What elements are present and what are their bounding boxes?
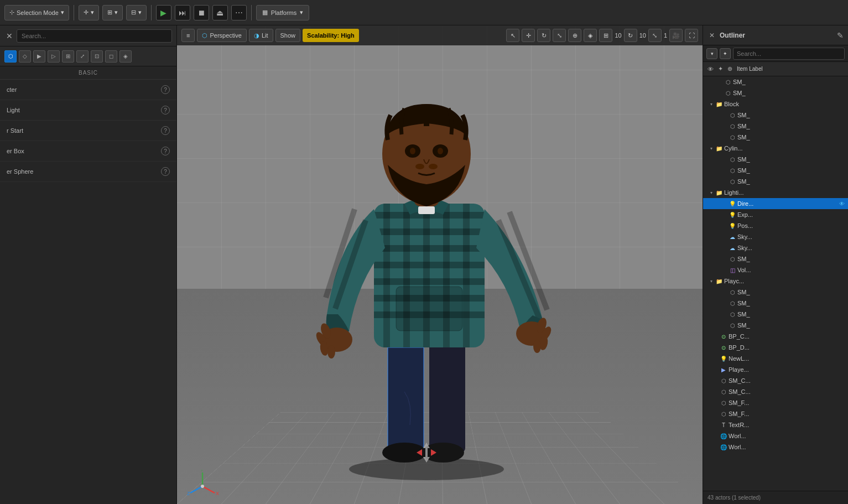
outliner-item-11[interactable]: 💡Dire...👁: [703, 198, 848, 209]
icon-btn-3[interactable]: ▶: [33, 50, 45, 63]
icon-btn-8[interactable]: ◻: [105, 50, 117, 63]
outliner-item-12[interactable]: 💡Exp...: [703, 209, 848, 220]
rotation-icon-btn[interactable]: ↻: [624, 29, 637, 42]
viewport[interactable]: ≡ ⬡ Perspective ◑ Lit Show Scalability: …: [177, 25, 703, 504]
panel-item-6[interactable]: er Sphere ?: [0, 162, 176, 182]
outliner-item-29[interactable]: ⬡SM_F...: [703, 397, 848, 408]
outliner-item-8[interactable]: ⬡SM_: [703, 165, 848, 176]
panel-item-info-icon-4[interactable]: ?: [161, 126, 170, 135]
outliner-item-27[interactable]: ⬡SM_C...: [703, 375, 848, 386]
outliner-edit-button[interactable]: ✎: [837, 31, 844, 40]
eject-button[interactable]: ⏏: [212, 5, 228, 20]
svg-text:Y: Y: [200, 470, 204, 472]
move-tool-button[interactable]: ✛ ▾: [79, 5, 99, 20]
panel-item-1[interactable]: cter ?: [0, 80, 176, 100]
platforms-button[interactable]: ▦ Platforms ▾: [256, 5, 309, 20]
outliner-item-20[interactable]: ⬡SM_: [703, 298, 848, 309]
item-icon-5: ⬡: [729, 133, 736, 141]
icon-btn-1[interactable]: ⬡: [4, 50, 17, 63]
item-icon-31: T: [720, 421, 727, 429]
globe-icon-btn[interactable]: ⊕: [568, 29, 581, 42]
maximize-btn[interactable]: ⛶: [685, 29, 698, 42]
outliner-close-button[interactable]: ✕: [707, 31, 716, 40]
item-label-text-4: SM_: [737, 123, 846, 129]
panel-item-3[interactable]: Light ?: [0, 100, 176, 121]
panel-item-5[interactable]: er Box ?: [0, 141, 176, 162]
outliner-item-25[interactable]: 💡NewL...: [703, 353, 848, 364]
outliner-item-32[interactable]: 🌐Worl...: [703, 430, 848, 441]
outliner-item-0[interactable]: ⬡SM_: [703, 76, 848, 87]
outliner-filter-bar: ▾ ✦: [703, 45, 848, 62]
outliner-item-21[interactable]: ⬡SM_: [703, 309, 848, 320]
panel-item-info-icon-6[interactable]: ?: [161, 167, 170, 176]
item-icon-28: ⬡: [720, 388, 727, 396]
icon-btn-4[interactable]: ▷: [48, 50, 60, 63]
panel-close-button[interactable]: ✕: [4, 31, 14, 41]
surface-icon-btn[interactable]: ◈: [584, 29, 597, 42]
skip-forward-button[interactable]: ⏭: [175, 5, 190, 20]
outliner-item-5[interactable]: ⬡SM_: [703, 132, 848, 143]
outliner-item-10[interactable]: ▾📁Lighti...: [703, 187, 848, 198]
outliner-item-33[interactable]: 🌐Worl...: [703, 441, 848, 453]
camera-speed-btn[interactable]: 🎥: [669, 29, 683, 42]
outliner-item-19[interactable]: ⬡SM_: [703, 287, 848, 298]
snap-button[interactable]: ⊞ ▾: [102, 5, 123, 20]
outliner-item-28[interactable]: ⬡SM_C...: [703, 386, 848, 397]
translate-icon-btn[interactable]: ✛: [522, 29, 535, 42]
outliner-item-18[interactable]: ▾📁Playc...: [703, 276, 848, 287]
selection-mode-button[interactable]: ⊹ Selection Mode ▾: [4, 5, 69, 20]
outliner-item-15[interactable]: ☁Sky...: [703, 242, 848, 253]
grid-toggle-btn[interactable]: ⊞: [599, 29, 612, 42]
rotate-icon-btn[interactable]: ↻: [537, 29, 550, 42]
outliner-item-26[interactable]: ▶Playe...: [703, 364, 848, 375]
lit-label: Lit: [262, 32, 268, 39]
scale-icon-btn-2[interactable]: ⤡: [648, 29, 662, 42]
panel-item-info-icon-5[interactable]: ?: [161, 147, 170, 155]
outliner-item-7[interactable]: ⬡SM_: [703, 154, 848, 165]
outliner-filter-icon[interactable]: ▾: [706, 48, 717, 59]
outliner-item-30[interactable]: ⬡SM_F...: [703, 408, 848, 419]
play-button[interactable]: ▶: [156, 5, 171, 20]
outliner-item-1[interactable]: ⬡SM_: [703, 87, 848, 98]
outliner-item-6[interactable]: ▾📁Cylin...: [703, 143, 848, 154]
select-icon-btn[interactable]: ↖: [506, 29, 519, 42]
icon-btn-2[interactable]: ◇: [19, 50, 31, 63]
outliner-item-24[interactable]: ⊙BP_D...: [703, 342, 848, 353]
scale-icon-btn[interactable]: ⤡: [553, 29, 566, 42]
outliner-list[interactable]: ⬡SM_ ⬡SM_▾📁Block ⬡SM_ ⬡SM_ ⬡SM_▾📁Cylin..…: [703, 76, 848, 491]
outliner-item-2[interactable]: ▾📁Block: [703, 98, 848, 110]
lit-button[interactable]: ◑ Lit: [249, 29, 273, 42]
outliner-item-31[interactable]: TTextR...: [703, 419, 848, 430]
outliner-item-9[interactable]: ⬡SM_: [703, 176, 848, 187]
panel-item-4[interactable]: r Start ?: [0, 121, 176, 141]
outliner-item-13[interactable]: 💡Pos...: [703, 220, 848, 231]
build-button[interactable]: ⊟ ▾: [126, 5, 147, 20]
outliner-item-3[interactable]: ⬡SM_: [703, 110, 848, 121]
show-button[interactable]: Show: [275, 29, 301, 42]
outliner-item-14[interactable]: ☁Sky...: [703, 231, 848, 242]
icon-btn-7[interactable]: ⊡: [91, 50, 103, 63]
outliner-item-17[interactable]: ◫Vol...: [703, 264, 848, 276]
outliner-search-input[interactable]: [733, 48, 845, 60]
hamburger-menu-button[interactable]: ≡: [181, 29, 195, 42]
outliner-item-4[interactable]: ⬡SM_: [703, 121, 848, 132]
icon-btn-6[interactable]: ⤢: [76, 50, 89, 63]
svg-point-41: [429, 164, 438, 169]
outliner-item-23[interactable]: ⊙BP_C...: [703, 331, 848, 342]
outliner-item-16[interactable]: ⬡SM_: [703, 253, 848, 264]
svg-rect-43: [425, 448, 428, 457]
item-arrow-24: [712, 344, 720, 351]
item-arrow-10: ▾: [707, 189, 715, 196]
panel-item-info-icon-1[interactable]: ?: [161, 85, 170, 94]
outliner-star-icon[interactable]: ✦: [720, 48, 731, 59]
svg-point-53: [201, 485, 204, 488]
panel-search-input[interactable]: [17, 29, 172, 43]
icon-btn-9[interactable]: ◈: [119, 50, 132, 63]
item-label-text-17: Vol...: [737, 267, 846, 273]
icon-btn-5[interactable]: ⊞: [62, 50, 74, 63]
more-options-button[interactable]: ⋯: [231, 5, 247, 20]
perspective-button[interactable]: ⬡ Perspective: [197, 29, 246, 42]
panel-item-info-icon-3[interactable]: ?: [161, 106, 170, 115]
outliner-item-22[interactable]: ⬡SM_: [703, 320, 848, 331]
stop-button[interactable]: ⏹: [194, 5, 209, 20]
